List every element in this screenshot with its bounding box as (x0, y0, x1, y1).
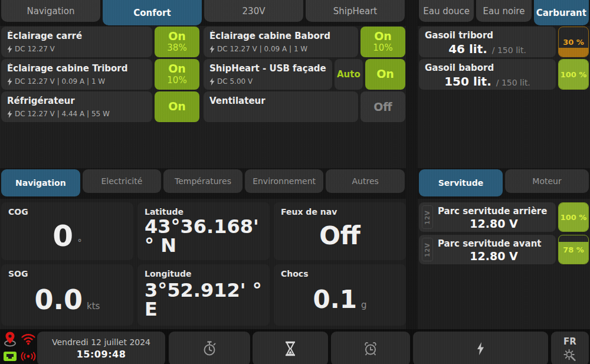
mid-tabs-left: Navigation Electricité Températures Envi… (1, 169, 405, 196)
wifi-icon (21, 333, 36, 346)
battery-row: 12V Parc servitude avant 12.80 V 78 % (419, 235, 589, 264)
battery-gauge-percent: 100 % (559, 203, 588, 231)
control-title: Éclairage cabine Babord (209, 31, 352, 41)
power-bolt-icon (7, 78, 12, 86)
datetime-button[interactable]: Vendredi 12 juillet 2024 15:09:48 (37, 332, 165, 364)
hourglass-icon (284, 341, 297, 356)
battery-gauge-percent: 78 % (559, 235, 588, 264)
tab-moteur[interactable]: Moteur (505, 169, 589, 193)
battery-panel: 12V Parc servitude arrière 12.80 V (419, 202, 556, 232)
nav-cell-feux: Feux de nav Off (274, 202, 406, 260)
toggle-percent: 10% (167, 76, 186, 86)
tab-carburant[interactable]: Carburant (534, 0, 589, 25)
tab-mid-environnement[interactable]: Environnement (245, 169, 324, 193)
fuel-gauge-percent: 30 % (559, 27, 588, 57)
toggle-button-ventilateur[interactable]: Off (360, 91, 405, 122)
toggle-button-usb-facade[interactable]: On (365, 59, 405, 90)
toggle-button-refrigerateur[interactable]: On (155, 91, 199, 122)
battery-row: 12V Parc servitude arrière 12.80 V 100 % (419, 202, 589, 232)
tab-mid-autres[interactable]: Autres (326, 169, 405, 193)
control-label-panel: Ventilateur (204, 91, 358, 122)
control-row: ShipHeart - USB façade DC 5.00 V Auto On (204, 59, 405, 90)
battery-voltage: 12.80 V (438, 250, 550, 263)
toggle-percent: 38% (167, 43, 186, 53)
controls-column-right: Éclairage cabine Babord DC 12.27 V | 0.0… (204, 27, 405, 124)
toggle-state: On (168, 30, 186, 43)
toggle-percent: 10% (373, 43, 392, 53)
date-text: Vendredi 12 juillet 2024 (52, 337, 150, 347)
alarm-button[interactable] (331, 332, 410, 364)
control-row: Réfrigérateur DC 12.27 V | 4.44 A | 55 W… (1, 91, 199, 122)
hourglass-button[interactable] (253, 332, 328, 364)
power-bolt-icon (209, 45, 215, 53)
toggle-state: On (168, 100, 186, 113)
control-title: ShipHeart - USB façade (209, 63, 326, 74)
shipheart-dashboard: Navigation Confort 230V ShipHeart Eau do… (0, 0, 590, 364)
nav-value: 43°36.168' ° N (145, 217, 263, 255)
tab-shipheart[interactable]: ShipHeart (306, 0, 405, 22)
battery-voltage-tag: 12V (422, 238, 433, 261)
fuel-capacity: / 150 lit. (492, 45, 526, 55)
battery-panel: 12V Parc servitude avant 12.80 V (419, 235, 556, 264)
tab-mid-navigation[interactable]: Navigation (1, 169, 80, 196)
toggle-state: Off (373, 100, 392, 113)
toggle-state: On (376, 68, 394, 81)
toggle-state: On (374, 30, 392, 43)
battery-voltage: 12.80 V (438, 217, 550, 230)
battery-gauge: 100 % (558, 202, 589, 232)
settings-button[interactable]: FR (551, 332, 589, 364)
nav-label: Chocs (281, 269, 399, 278)
nav-label: Feux de nav (281, 207, 399, 217)
nav-unit: g (361, 300, 367, 310)
power-bolt-icon (209, 78, 215, 86)
tab-eau-douce[interactable]: Eau douce (419, 0, 474, 22)
control-title: Éclairage cabine Tribord (7, 63, 146, 74)
fuel-capacity: / 150 lit. (496, 78, 530, 87)
tab-servitude[interactable]: Servitude (419, 169, 503, 196)
tab-230v[interactable]: 230V (204, 0, 303, 22)
nav-value: 0.0 (35, 286, 83, 313)
fuel-value: 46 lit. (448, 42, 487, 56)
battery-title: Parc servitude avant (438, 238, 550, 249)
power-bolt-icon (7, 45, 12, 53)
nav-cell-sog: SOG 0.0 kts (1, 264, 133, 326)
control-label-panel: ShipHeart - USB façade DC 5.00 V (204, 59, 332, 90)
power-bolt-icon (7, 110, 12, 118)
top-tabs-right: Eau douce Eau noire Carburant (419, 0, 589, 25)
nav-cell-cog: COG 0 ° (1, 202, 133, 260)
toggle-state: On (168, 63, 186, 76)
toggle-button-cabine-tribord[interactable]: On 10% (155, 59, 199, 90)
ethernet-icon (3, 350, 17, 362)
time-text: 15:09:48 (77, 349, 126, 360)
power-button[interactable] (413, 332, 548, 364)
control-title: Réfrigérateur (7, 96, 146, 106)
stopwatch-button[interactable] (169, 332, 250, 364)
battery-section: 12V Parc servitude arrière 12.80 V 100 %… (419, 202, 589, 267)
tab-mid-electricite[interactable]: Electricité (83, 169, 162, 193)
fuel-title: Gasoil babord (425, 63, 550, 73)
mid-tabs-right: Servitude Moteur (419, 169, 589, 196)
battery-voltage-tag: 12V (422, 205, 433, 229)
control-info: DC 12.27 V | 0.09 A | 1 W (217, 45, 307, 53)
control-row: Ventilateur Off (204, 91, 405, 122)
control-row: Éclairage cabine Tribord DC 12.27 V | 0.… (1, 59, 199, 90)
nav-label: COG (8, 207, 126, 217)
navigation-data-grid: COG 0 ° Latitude 43°36.168' ° N Feux de … (1, 202, 406, 326)
toggle-button-cabine-babord[interactable]: On 10% (360, 27, 405, 57)
nav-value: 0 (53, 221, 73, 251)
fuel-title: Gasoil tribord (425, 30, 550, 41)
control-info: DC 12.27 V | 4.44 A | 55 W (15, 110, 110, 118)
control-label-panel: Éclairage cabine Tribord DC 12.27 V | 0.… (1, 59, 152, 90)
tab-eau-noire[interactable]: Eau noire (476, 0, 531, 22)
toggle-button-eclairage-carre[interactable]: On 38% (155, 27, 199, 57)
nav-unit: kts (87, 301, 100, 311)
fuel-gauge: 30 % (558, 27, 589, 57)
tab-mid-temperatures[interactable]: Températures (163, 169, 242, 193)
lightning-icon (477, 342, 484, 355)
tab-confort[interactable]: Confort (103, 0, 202, 25)
nav-value: 0.1 (313, 287, 357, 312)
fuel-row: Gasoil babord 150 lit. / 150 lit. 100 % (419, 59, 589, 90)
tab-navigation[interactable]: Navigation (1, 0, 100, 22)
auto-mode-button[interactable]: Auto (335, 59, 363, 90)
control-title: Éclairage carré (7, 31, 146, 41)
